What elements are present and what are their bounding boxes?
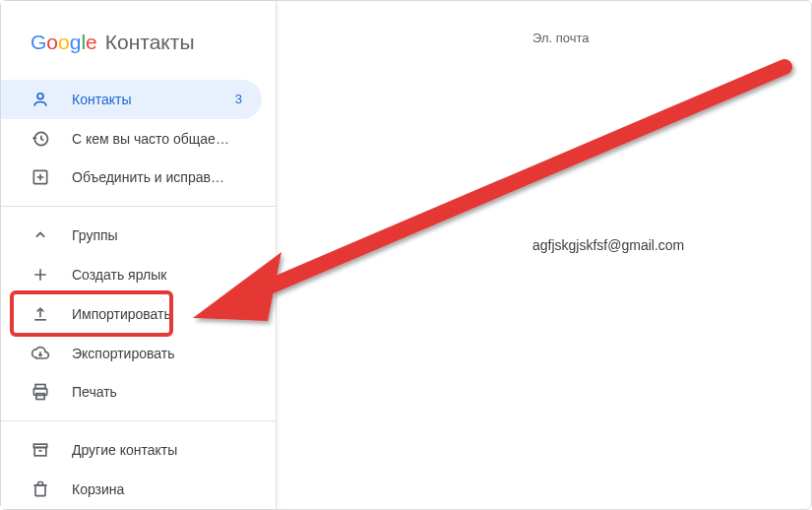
main-content: Эл. почта agfjskgjskfsf@gmail.com: [277, 1, 811, 509]
sidebar-item-label: Импортировать: [72, 306, 242, 322]
sidebar: Google Контакты Контакты 3 С кем вы част…: [1, 1, 277, 509]
history-icon: [31, 129, 50, 149]
sidebar-item-contacts[interactable]: Контакты 3: [1, 80, 262, 119]
cloud-download-icon: [31, 344, 50, 363]
sidebar-item-label: Экспортировать: [72, 346, 242, 361]
archive-icon: [31, 440, 50, 460]
plus-icon: [31, 265, 50, 285]
print-icon: [31, 382, 50, 402]
person-icon: [31, 90, 50, 109]
sidebar-item-label: Контакты: [72, 92, 235, 107]
svg-point-0: [37, 94, 43, 99]
upload-icon: [31, 304, 50, 324]
divider: [1, 206, 276, 207]
brand: Google Контакты: [1, 19, 276, 80]
sidebar-item-label: Группы: [72, 227, 242, 243]
sidebar-item-label: Корзина: [72, 481, 242, 497]
app-title: Контакты: [105, 31, 195, 54]
sidebar-item-print[interactable]: Печать: [1, 373, 262, 413]
sidebar-item-label: С кем вы часто общае…: [72, 131, 242, 147]
google-logo: Google: [31, 31, 97, 54]
sidebar-item-export[interactable]: Экспортировать: [1, 334, 262, 373]
sidebar-item-create-label[interactable]: Создать ярлык: [1, 255, 262, 294]
svg-rect-7: [34, 448, 46, 456]
column-header-email: Эл. почта: [316, 31, 772, 45]
sidebar-item-label: Другие контакты: [72, 442, 242, 458]
sidebar-item-merge-fix[interactable]: Объединить и исправ…: [1, 159, 262, 198]
svg-rect-8: [35, 485, 45, 496]
sidebar-item-groups[interactable]: Группы: [1, 216, 262, 255]
contacts-count: 3: [235, 92, 242, 106]
sidebar-item-label: Объединить и исправ…: [72, 169, 242, 185]
sidebar-item-other-contacts[interactable]: Другие контакты: [1, 430, 262, 470]
chevron-up-icon: [31, 225, 50, 245]
contact-email: agfjskgjskfsf@gmail.com: [316, 237, 772, 253]
trash-icon: [31, 479, 50, 499]
sidebar-item-trash[interactable]: Корзина: [1, 470, 262, 509]
sidebar-item-frequent[interactable]: С кем вы часто общае…: [1, 119, 262, 159]
sidebar-item-label: Создать ярлык: [72, 267, 242, 283]
sidebar-item-import[interactable]: Импортировать: [1, 294, 262, 334]
divider: [1, 420, 276, 421]
sidebar-item-label: Печать: [72, 384, 242, 400]
merge-icon: [31, 167, 50, 187]
